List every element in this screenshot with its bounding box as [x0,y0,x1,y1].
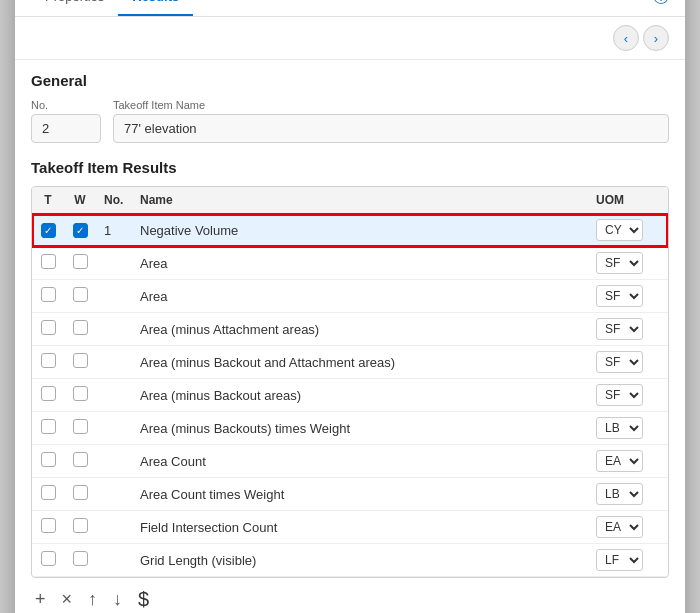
checkbox-w[interactable] [73,419,88,434]
cell-w[interactable] [64,445,96,478]
table-row[interactable]: Area (minus Backout areas)CYSFLFLBEACF [32,379,668,412]
move-down-button[interactable]: ↓ [109,587,126,612]
cost-button[interactable]: $ [134,586,153,613]
table-row[interactable]: Area (minus Attachment areas)CYSFLFLBEAC… [32,313,668,346]
uom-select[interactable]: CYSFLFLBEACF [596,450,643,472]
cell-w[interactable] [64,544,96,577]
cell-t[interactable] [32,313,64,346]
tab-results[interactable]: Results [118,0,193,16]
table-row[interactable]: Area Count times WeightCYSFLFLBEACF [32,478,668,511]
checkbox-t[interactable] [41,223,56,238]
table-row[interactable]: AreaCYSFLFLBEACF [32,280,668,313]
dialog-body: General No. Takeoff Item Name Takeoff It… [15,60,685,613]
cell-w[interactable] [64,412,96,445]
tabs: Properties Results [31,0,193,16]
cell-uom[interactable]: CYSFLFLBEACF [588,412,668,445]
table-row[interactable]: Grid Length (visible)CYSFLFLBEACF [32,544,668,577]
results-tbody: 1Negative VolumeCYSFLFLBEACFAreaCYSFLFLB… [32,214,668,577]
checkbox-w[interactable] [73,452,88,467]
add-button[interactable]: + [31,587,50,612]
uom-select[interactable]: CYSFLFLBEACF [596,549,643,571]
checkbox-t[interactable] [41,452,56,467]
cell-t[interactable] [32,445,64,478]
prev-arrow[interactable]: ‹ [613,25,639,51]
cell-t[interactable] [32,544,64,577]
checkbox-w[interactable] [73,518,88,533]
results-table-container: T W No. Name UOM 1Negative VolumeCYSFLFL… [31,186,669,578]
cell-uom[interactable]: CYSFLFLBEACF [588,445,668,478]
uom-select[interactable]: CYSFLFLBEACF [596,417,643,439]
cell-uom[interactable]: CYSFLFLBEACF [588,313,668,346]
table-row[interactable]: Field Intersection CountCYSFLFLBEACF [32,511,668,544]
cell-uom[interactable]: CYSFLFLBEACF [588,214,668,247]
cell-t[interactable] [32,346,64,379]
checkbox-t[interactable] [41,386,56,401]
cell-w[interactable] [64,214,96,247]
next-arrow[interactable]: › [643,25,669,51]
uom-select[interactable]: CYSFLFLBEACF [596,285,643,307]
table-row[interactable]: AreaCYSFLFLBEACF [32,247,668,280]
takeoff-name-input[interactable] [113,114,669,143]
checkbox-t[interactable] [41,551,56,566]
general-section: General No. Takeoff Item Name [31,72,669,143]
checkbox-w[interactable] [73,254,88,269]
cell-t[interactable] [32,247,64,280]
table-row[interactable]: Area (minus Backouts) times WeightCYSFLF… [32,412,668,445]
checkbox-t[interactable] [41,287,56,302]
checkbox-t[interactable] [41,518,56,533]
cell-uom[interactable]: CYSFLFLBEACF [588,478,668,511]
cell-t[interactable] [32,412,64,445]
uom-select[interactable]: CYSFLFLBEACF [596,384,643,406]
table-row[interactable]: 1Negative VolumeCYSFLFLBEACF [32,214,668,247]
uom-select[interactable]: CYSFLFLBEACF [596,351,643,373]
cell-uom[interactable]: CYSFLFLBEACF [588,346,668,379]
table-row[interactable]: Area CountCYSFLFLBEACF [32,445,668,478]
cell-w[interactable] [64,379,96,412]
no-input[interactable] [31,114,101,143]
name-field-group: Takeoff Item Name [113,99,669,143]
checkbox-t[interactable] [41,353,56,368]
uom-select[interactable]: CYSFLFLBEACF [596,318,643,340]
checkbox-t[interactable] [41,419,56,434]
cell-t[interactable] [32,214,64,247]
remove-button[interactable]: × [58,587,77,612]
checkbox-t[interactable] [41,254,56,269]
checkbox-w[interactable] [73,353,88,368]
help-icon[interactable]: ⓘ [653,0,669,8]
cell-w[interactable] [64,313,96,346]
cell-uom[interactable]: CYSFLFLBEACF [588,247,668,280]
checkbox-w[interactable] [73,386,88,401]
checkbox-t[interactable] [41,485,56,500]
checkbox-w[interactable] [73,485,88,500]
cell-name: Area [132,280,588,313]
uom-select[interactable]: CYSFLFLBEACF [596,252,643,274]
no-label: No. [31,99,101,111]
cell-t[interactable] [32,478,64,511]
cell-name: Area (minus Backouts) times Weight [132,412,588,445]
checkbox-w[interactable] [73,223,88,238]
uom-select[interactable]: CYSFLFLBEACF [596,219,643,241]
dialog: Takeoff Item Properties × Properties Res… [15,0,685,613]
table-row[interactable]: Area (minus Backout and Attachment areas… [32,346,668,379]
checkbox-w[interactable] [73,320,88,335]
cell-uom[interactable]: CYSFLFLBEACF [588,544,668,577]
cell-uom[interactable]: CYSFLFLBEACF [588,511,668,544]
checkbox-w[interactable] [73,551,88,566]
move-up-button[interactable]: ↑ [84,587,101,612]
cell-t[interactable] [32,379,64,412]
tab-properties[interactable]: Properties [31,0,118,16]
cell-w[interactable] [64,478,96,511]
cell-uom[interactable]: CYSFLFLBEACF [588,280,668,313]
checkbox-t[interactable] [41,320,56,335]
cell-w[interactable] [64,247,96,280]
cell-t[interactable] [32,280,64,313]
checkbox-w[interactable] [73,287,88,302]
cell-t[interactable] [32,511,64,544]
cell-no [96,280,132,313]
cell-w[interactable] [64,511,96,544]
cell-w[interactable] [64,280,96,313]
uom-select[interactable]: CYSFLFLBEACF [596,483,643,505]
cell-w[interactable] [64,346,96,379]
uom-select[interactable]: CYSFLFLBEACF [596,516,643,538]
cell-uom[interactable]: CYSFLFLBEACF [588,379,668,412]
